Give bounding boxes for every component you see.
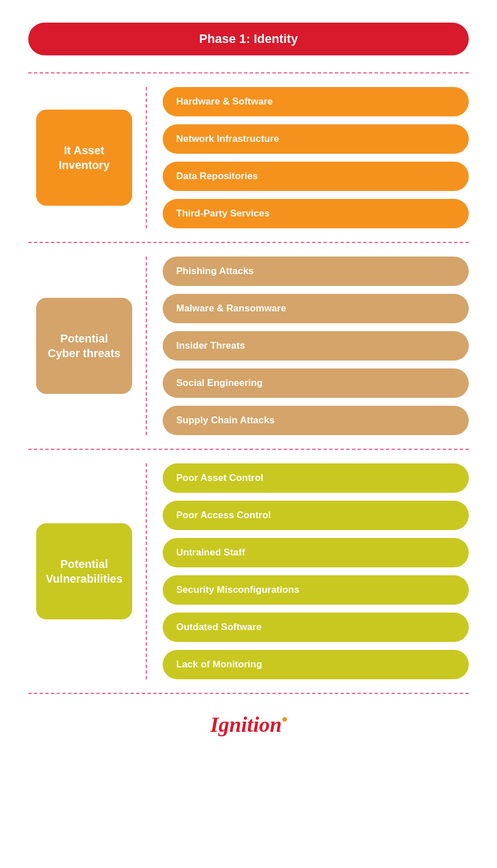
section-row-cyber-threats: Potential Cyber threatsPhishing AttacksM…	[28, 243, 469, 450]
category-label-cyber-threats: Potential Cyber threats	[47, 331, 121, 361]
right-col-it-asset: Hardware & SoftwareNetwork Infrastructur…	[147, 87, 469, 228]
item-pill-it-asset-3: Third-Party Services	[163, 199, 469, 228]
section-row-it-asset: It Asset InventoryHardware & SoftwareNet…	[28, 72, 469, 243]
item-pill-text-vulnerabilities-5: Lack of Monitoring	[176, 659, 262, 670]
phase-title: Phase 1: Identity	[199, 32, 298, 46]
item-pill-text-vulnerabilities-0: Poor Asset Control	[176, 472, 263, 484]
category-box-cyber-threats: Potential Cyber threats	[36, 298, 132, 394]
item-pill-text-vulnerabilities-1: Poor Access Control	[176, 510, 271, 521]
item-pill-text-it-asset-0: Hardware & Software	[176, 96, 273, 107]
item-pill-text-vulnerabilities-4: Outdated Software	[176, 622, 261, 633]
item-pill-vulnerabilities-3: Security Misconfigurations	[163, 575, 469, 605]
right-col-vulnerabilities: Poor Asset ControlPoor Access ControlUnt…	[147, 463, 469, 679]
category-label-it-asset: It Asset Inventory	[47, 143, 121, 172]
item-pill-vulnerabilities-4: Outdated Software	[163, 613, 469, 642]
item-pill-text-it-asset-1: Network Infrastructure	[176, 133, 279, 145]
item-pill-text-cyber-threats-3: Social Engineering	[176, 377, 263, 389]
item-pill-text-cyber-threats-2: Insider Threats	[176, 340, 245, 351]
left-col-vulnerabilities: Potential Vulnerabilities	[28, 463, 147, 679]
item-pill-cyber-threats-3: Social Engineering	[163, 368, 469, 398]
left-col-cyber-threats: Potential Cyber threats	[28, 257, 147, 435]
item-pill-vulnerabilities-5: Lack of Monitoring	[163, 650, 469, 679]
item-pill-text-cyber-threats-4: Supply Chain Attacks	[176, 415, 274, 426]
brand-dot	[282, 717, 287, 722]
category-box-vulnerabilities: Potential Vulnerabilities	[36, 523, 132, 619]
item-pill-text-it-asset-2: Data Repositories	[176, 171, 258, 182]
section-row-vulnerabilities: Potential VulnerabilitiesPoor Asset Cont…	[28, 450, 469, 694]
left-col-it-asset: It Asset Inventory	[28, 87, 147, 228]
sections-wrapper: It Asset InventoryHardware & SoftwareNet…	[28, 72, 469, 694]
item-pill-cyber-threats-0: Phishing Attacks	[163, 257, 469, 286]
item-pill-it-asset-0: Hardware & Software	[163, 87, 469, 116]
item-pill-cyber-threats-1: Malware & Ransomware	[163, 294, 469, 323]
item-pill-vulnerabilities-2: Untrained Staff	[163, 538, 469, 567]
item-pill-text-vulnerabilities-2: Untrained Staff	[176, 547, 245, 558]
item-pill-cyber-threats-2: Insider Threats	[163, 331, 469, 361]
item-pill-text-vulnerabilities-3: Security Misconfigurations	[176, 584, 299, 596]
item-pill-cyber-threats-4: Supply Chain Attacks	[163, 406, 469, 435]
right-col-cyber-threats: Phishing AttacksMalware & RansomwareInsi…	[147, 257, 469, 435]
item-pill-it-asset-2: Data Repositories	[163, 162, 469, 191]
brand-logo: Ignition	[210, 712, 287, 737]
item-pill-it-asset-1: Network Infrastructure	[163, 124, 469, 154]
item-pill-text-cyber-threats-0: Phishing Attacks	[176, 266, 254, 277]
category-label-vulnerabilities: Potential Vulnerabilities	[46, 557, 123, 586]
category-box-it-asset: It Asset Inventory	[36, 110, 132, 206]
footer: Ignition	[210, 712, 287, 737]
item-pill-vulnerabilities-1: Poor Access Control	[163, 501, 469, 530]
item-pill-vulnerabilities-0: Poor Asset Control	[163, 463, 469, 493]
phase-header: Phase 1: Identity	[28, 23, 469, 55]
item-pill-text-it-asset-3: Third-Party Services	[176, 208, 269, 219]
item-pill-text-cyber-threats-1: Malware & Ransomware	[176, 303, 286, 314]
